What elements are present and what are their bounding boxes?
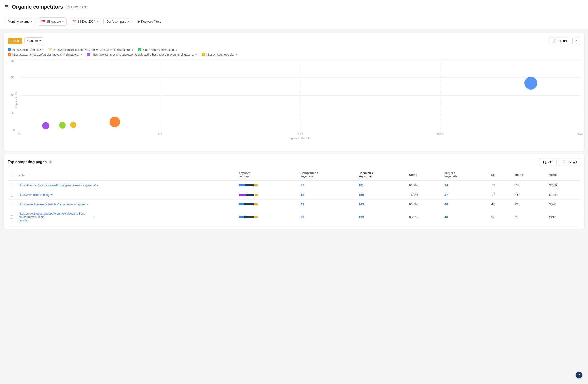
homees-dropdown[interactable]: ▾ — [81, 53, 82, 56]
td-url-2: https://vimboxmovers.sg/ ▾ — [16, 190, 236, 200]
table-title: Top competing pages ? — [8, 160, 52, 164]
row-checkbox-4[interactable] — [10, 215, 13, 219]
competitor-shalom[interactable]: ✓ https://shalom.com.sg/ ▾ — [8, 48, 44, 51]
shalom-dropdown[interactable]: ▾ — [42, 48, 44, 51]
th-keyword-overlap: Keywordoverlap — [236, 170, 298, 180]
td-checkbox-3 — [8, 200, 16, 209]
competitors-list: ✓ https://shalom.com.sg/ ▾ ✓ https://the… — [8, 48, 580, 56]
url-link-4[interactable]: https://www.thebestsingapore.com/service… — [19, 212, 95, 222]
custom-button[interactable]: Custom ▾ — [24, 37, 44, 44]
url-link-1[interactable]: https://thesmartlocal.com/read/moving-se… — [19, 184, 234, 187]
th-share: Share — [407, 170, 442, 180]
table-export-button[interactable]: 📄 Export — [559, 158, 580, 166]
competitor-thebestsingapore[interactable]: ✓ https://www.thebestsingapore.com/servi… — [87, 53, 197, 56]
api-braces-icon: {} — [543, 160, 547, 164]
chart-export-button[interactable]: 📄 Export — [549, 37, 570, 45]
td-url-1: https://thesmartlocal.com/read/moving-se… — [16, 180, 236, 190]
overlap-bar-1 — [238, 184, 258, 186]
bar-seg-yellow-1 — [254, 184, 258, 186]
api-label: API — [548, 160, 553, 164]
td-dr-2: 19 — [489, 190, 512, 200]
td-share-2: 76.0% — [407, 190, 442, 200]
td-bar-1 — [236, 180, 298, 190]
date-label: 15 Dec 2024 — [78, 20, 95, 23]
header: ☰ Organic competitors ? How to use — [0, 0, 588, 14]
x-label-0: $0 — [18, 133, 21, 136]
y-axis-label: Organic traffic — [15, 91, 18, 108]
competitor-movemove[interactable]: ✓ https://movemove.biz/ ▾ — [202, 53, 237, 56]
country-dropdown[interactable]: 🇸🇬 Singapore ▾ — [38, 17, 67, 26]
td-comp-kw-1: 87 — [298, 180, 356, 190]
table-info-icon[interactable]: ? — [49, 160, 52, 164]
th-url: URL — [16, 170, 236, 180]
td-traffic-4: 71 — [512, 209, 547, 225]
bar-seg-blue-4 — [238, 216, 244, 218]
scatter-chart-wrapper: Organic traffic 8K 6K 4K 2K 0 $0 $6K $12… — [20, 60, 580, 140]
td-comp-kw-2: 12 — [298, 190, 356, 200]
td-value-1: $2.8K — [547, 180, 580, 190]
td-common-kw-1: 181 — [356, 180, 407, 190]
url-link-3[interactable]: https://www.homees.co/articles/movers-in… — [19, 203, 234, 206]
table-tbody: https://thesmartlocal.com/read/moving-se… — [8, 180, 580, 225]
url-dropdown-2[interactable]: ▾ — [51, 193, 53, 197]
table-row: https://thesmartlocal.com/read/moving-se… — [8, 180, 580, 190]
thesmartlocal-dropdown[interactable]: ▾ — [132, 48, 133, 51]
menu-icon[interactable]: ☰ — [5, 4, 9, 10]
how-to-use-link[interactable]: ? How to use — [66, 5, 88, 9]
api-button[interactable]: {} API — [539, 158, 557, 166]
collapse-button[interactable]: ∧ — [572, 37, 580, 45]
bubble-orange — [109, 117, 120, 127]
x-label-18k: $18K — [437, 133, 443, 136]
table-actions: {} API 📄 Export — [539, 158, 580, 166]
td-value-3: $320 — [547, 200, 580, 209]
th-dr: DR — [489, 170, 512, 180]
th-common-keywords[interactable]: Common ▾keywords — [356, 170, 407, 180]
table-header-row: URL Keywordoverlap Competitor'skeywords … — [8, 170, 580, 180]
vimbox-url: https://vimboxmovers.sg/ — [143, 48, 174, 51]
thebestsingapore-dropdown[interactable]: ▾ — [195, 53, 197, 56]
custom-arrow: ▾ — [39, 39, 41, 43]
competitor-row-1: ✓ https://shalom.com.sg/ ▾ ✓ https://the… — [8, 48, 580, 51]
overlap-bar-2 — [238, 194, 258, 196]
td-bar-2 — [236, 190, 298, 200]
keyword-filters-button[interactable]: + Keyword filters — [134, 18, 164, 25]
bubble-blue — [525, 77, 537, 90]
th-value: Value — [547, 170, 580, 180]
calendar-icon: 📅 — [72, 20, 76, 23]
url-link-2[interactable]: https://vimboxmovers.sg/ ▾ — [19, 193, 234, 197]
y-label-6k: 6K — [11, 76, 14, 79]
checkbox-blue: ✓ — [8, 48, 11, 51]
bar-seg-dark-2 — [246, 194, 254, 196]
help-circle-icon: ? — [66, 5, 70, 9]
select-all-checkbox[interactable] — [10, 173, 14, 177]
monthly-volume-label: Monthly volume — [8, 20, 29, 23]
movemove-dropdown[interactable]: ▾ — [236, 53, 237, 56]
export-doc-icon: 📄 — [552, 39, 556, 43]
x-label-24k: $24K — [577, 133, 584, 136]
table-export-label: Export — [568, 160, 577, 164]
bubble-yellow — [70, 122, 76, 128]
row-checkbox-2[interactable] — [10, 193, 13, 197]
compare-arrow: ▾ — [128, 20, 129, 23]
singapore-flag: 🇸🇬 — [41, 19, 45, 24]
shalom-url: https://shalom.com.sg/ — [12, 48, 41, 51]
plus-icon: + — [137, 20, 140, 24]
monthly-volume-dropdown[interactable]: Monthly volume ▾ — [5, 18, 35, 25]
url-dropdown-1[interactable]: ▾ — [97, 184, 98, 187]
td-traffic-1: 856 — [512, 180, 547, 190]
row-checkbox-1[interactable] — [10, 184, 13, 187]
url-dropdown-3[interactable]: ▾ — [86, 203, 88, 206]
compare-dropdown[interactable]: Don't compare ▾ — [103, 18, 132, 25]
date-dropdown[interactable]: 📅 15 Dec 2024 ▾ — [69, 18, 101, 25]
top5-button[interactable]: Top 5 — [8, 38, 22, 44]
th-competitor-keywords[interactable]: Competitor'skeywords — [298, 170, 356, 180]
url-dropdown-4[interactable]: ▾ — [93, 215, 95, 219]
competitor-homees[interactable]: ✓ https://www.homees.co/articles/movers-… — [8, 53, 82, 56]
y-label-2k: 2K — [11, 112, 14, 114]
bar-seg-yellow-2 — [255, 194, 258, 196]
row-checkbox-3[interactable] — [10, 203, 13, 206]
competitor-vimbox[interactable]: ✓ https://vimboxmovers.sg/ ▾ — [138, 48, 177, 51]
competitor-thesmartlocal[interactable]: ✓ https://thesmartlocal.com/read/moving-… — [49, 48, 133, 51]
checkbox-green: ✓ — [138, 48, 141, 51]
vimbox-dropdown[interactable]: ▾ — [176, 48, 177, 51]
